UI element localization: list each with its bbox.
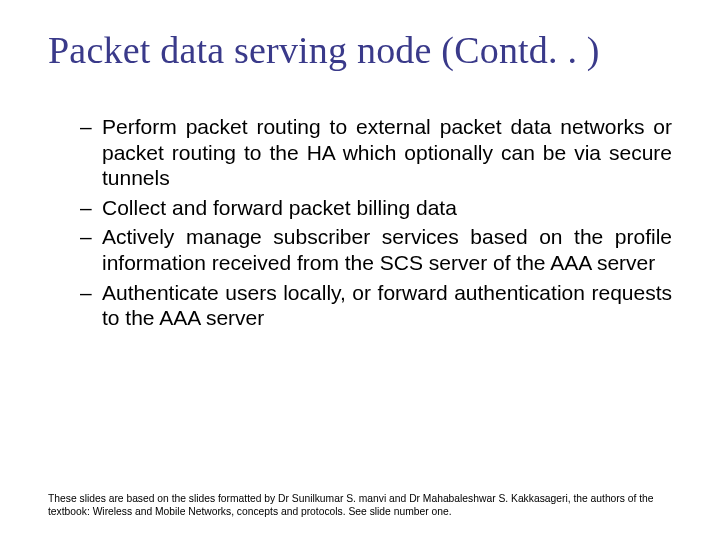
bullet-list: – Perform packet routing to external pac… [48,114,672,331]
bullet-dash-icon: – [80,224,92,250]
bullet-dash-icon: – [80,195,92,221]
list-item: – Perform packet routing to external pac… [80,114,672,191]
bullet-dash-icon: – [80,114,92,140]
slide: Packet data serving node (Contd. . ) – P… [0,0,720,540]
list-item: – Actively manage subscriber services ba… [80,224,672,275]
slide-title: Packet data serving node (Contd. . ) [48,28,672,72]
bullet-text: Perform packet routing to external packe… [102,115,672,189]
list-item: – Collect and forward packet billing dat… [80,195,672,221]
footer-text: These slides are based on the slides for… [48,493,672,518]
bullet-text: Collect and forward packet billing data [102,196,457,219]
bullet-dash-icon: – [80,280,92,306]
list-item: – Authenticate users locally, or forward… [80,280,672,331]
bullet-text: Authenticate users locally, or forward a… [102,281,672,330]
bullet-text: Actively manage subscriber services base… [102,225,672,274]
